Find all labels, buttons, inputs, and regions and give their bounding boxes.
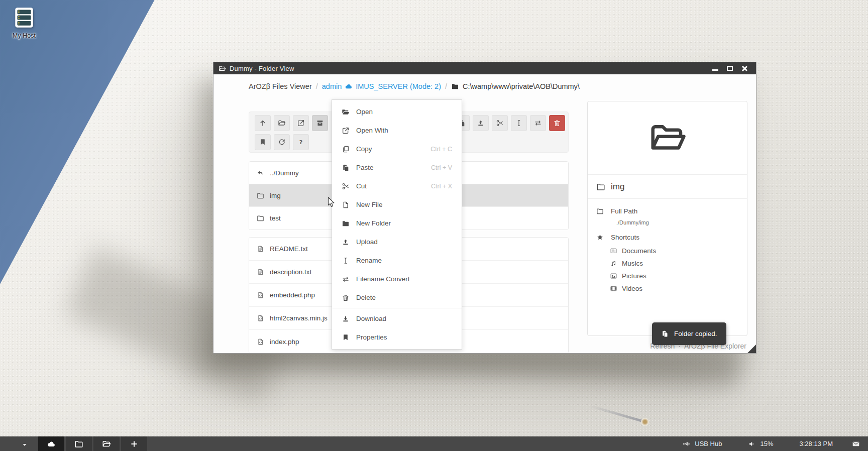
menu-item-label: New Folder <box>356 219 391 227</box>
shortcut-videos[interactable]: Videos <box>610 282 738 295</box>
external-link-icon <box>297 119 305 127</box>
breadcrumb-user-link[interactable]: admin IMUS_SERVER (Mode: 2) <box>322 82 441 90</box>
paste-icon <box>342 164 350 172</box>
file-name: index.php <box>270 338 299 346</box>
plus-icon <box>130 439 139 448</box>
tray-volume[interactable]: 15% <box>748 440 773 448</box>
mouse-cursor <box>328 197 336 210</box>
folder-name: img <box>270 192 281 199</box>
maximize-button[interactable] <box>725 64 734 72</box>
full-path-label: Full Path <box>611 207 637 215</box>
close-icon <box>741 65 747 71</box>
archive-button[interactable] <box>312 115 328 131</box>
taskbar-caret-button[interactable] <box>21 441 28 447</box>
menu-item-filename-convert[interactable]: Filename Convert <box>332 270 462 288</box>
shortcut-pictures[interactable]: Pictures <box>610 270 738 282</box>
shortcut-documents[interactable]: Documents <box>610 245 738 257</box>
taskbar-tray: USB Hub 15% 3:28:13 PM <box>683 440 860 448</box>
menu-item-paste[interactable]: Paste Ctrl + V <box>332 158 462 177</box>
go-up-button[interactable] <box>255 115 271 131</box>
usb-icon <box>683 440 691 448</box>
cut-button[interactable] <box>492 115 508 131</box>
menu-item-label: Delete <box>356 294 376 301</box>
menu-item-properties[interactable]: Properties <box>332 328 462 347</box>
cloud-icon <box>47 439 56 448</box>
tray-clock[interactable]: 3:28:13 PM <box>800 440 833 447</box>
menu-item-label: Paste <box>356 164 374 171</box>
folder-icon <box>257 192 264 199</box>
filename-convert-button[interactable] <box>530 115 546 131</box>
cloud-icon <box>345 82 353 90</box>
ibeam-icon <box>342 257 350 265</box>
titlebar[interactable]: Dummy - Folder View <box>213 62 756 74</box>
menu-item-upload[interactable]: Upload <box>332 233 462 251</box>
wall-nail <box>641 418 649 426</box>
upload-icon <box>342 238 350 246</box>
tray-usb[interactable]: USB Hub <box>683 440 722 448</box>
file-name: embedded.php <box>270 291 315 299</box>
menu-item-label: Cut <box>356 182 367 190</box>
breadcrumb-server: IMUS_SERVER (Mode: 2) <box>356 82 441 90</box>
shortcut-musics[interactable]: Musics <box>610 257 738 270</box>
taskbar-app-add[interactable] <box>121 436 147 451</box>
menu-item-download[interactable]: Download <box>332 309 462 328</box>
full-path-row: Full Path <box>596 204 738 217</box>
toast-text: Folder copied. <box>674 330 717 337</box>
menu-item-label: Filename Convert <box>356 275 410 283</box>
paste-icon <box>661 330 669 337</box>
minimize-icon <box>712 69 718 71</box>
scissors-icon <box>342 182 350 190</box>
shortcut-label: Videos <box>622 285 642 292</box>
breadcrumb-separator: / <box>445 82 447 90</box>
taskbar-app-files[interactable] <box>66 436 92 451</box>
taskbar-app-cloud[interactable] <box>38 436 64 451</box>
open-button[interactable] <box>274 115 290 131</box>
file-properties: Full Path ./Dummy/img Shortcuts Document… <box>588 199 747 295</box>
question-icon: ? <box>297 138 305 146</box>
menu-item-open[interactable]: Open <box>332 102 462 121</box>
menu-item-delete[interactable]: Delete <box>332 288 462 307</box>
external-link-icon <box>342 127 350 135</box>
desktop-icon-my-host[interactable]: My Host <box>6 5 42 39</box>
menu-item-new-folder[interactable]: New Folder <box>332 214 462 233</box>
menu-item-rename[interactable]: Rename <box>332 251 462 270</box>
menu-item-new-file[interactable]: New File <box>332 195 462 214</box>
shortcut-label: Documents <box>622 247 656 255</box>
properties-button[interactable] <box>255 134 271 150</box>
help-button[interactable]: ? <box>293 134 309 150</box>
menu-item-label: Rename <box>356 257 382 264</box>
delete-button[interactable] <box>549 115 565 131</box>
menu-item-shortcut: Ctrl + V <box>431 164 452 171</box>
menu-item-cut[interactable]: Cut Ctrl + X <box>332 177 462 195</box>
resize-handle[interactable] <box>747 345 756 353</box>
bookmark-icon <box>259 138 267 146</box>
folder-open-icon <box>278 119 286 127</box>
menu-item-open-with[interactable]: Open With <box>332 121 462 140</box>
folder-name: test <box>270 214 281 222</box>
file-name: README.txt <box>270 245 308 253</box>
menu-item-copy[interactable]: Copy Ctrl + C <box>332 140 462 158</box>
toolbar-group-bottom: ? <box>255 134 309 150</box>
refresh-button[interactable] <box>274 134 290 150</box>
taskbar-app-folder-view[interactable] <box>93 436 120 451</box>
newspaper-icon <box>610 247 617 255</box>
shortcut-label: Musics <box>622 260 643 267</box>
menu-item-label: Open <box>356 108 373 116</box>
open-with-button[interactable] <box>293 115 309 131</box>
upload-button[interactable] <box>473 115 489 131</box>
minimize-button[interactable] <box>711 64 720 72</box>
folder-view-window: Dummy - Folder View ArOZβ Files Viewer /… <box>213 62 756 354</box>
close-button[interactable] <box>740 64 749 72</box>
file-code-icon <box>257 291 264 299</box>
host-icon <box>12 5 37 30</box>
tray-mail[interactable] <box>852 440 860 448</box>
folder-icon <box>74 439 83 448</box>
rename-button[interactable] <box>511 115 527 131</box>
file-code-icon <box>257 338 264 346</box>
breadcrumb-path-text: C:\wamp\www\private\AOB\Dummy\ <box>463 82 580 90</box>
breadcrumb-path[interactable]: C:\wamp\www\private\AOB\Dummy\ <box>451 82 580 90</box>
swap-icon <box>534 119 542 127</box>
trash-icon <box>553 119 561 127</box>
folder-icon <box>342 219 350 228</box>
folder-name: ../Dummy <box>270 169 299 177</box>
